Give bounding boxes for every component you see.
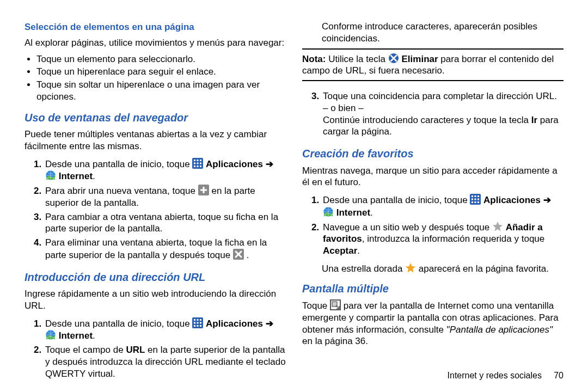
left-column: Selección de elementos en una página Al … [24, 19, 286, 381]
list-item: Toque un elemento para seleccionarlo. [36, 53, 286, 65]
list-item: Toque sin soltar un hiperenlace o una im… [36, 79, 286, 103]
footer-section: Internet y redes sociales [448, 371, 542, 380]
heading-url: Introducción de una dirección URL [24, 271, 286, 285]
globe-icon [45, 329, 56, 340]
p-url: Ingrese rápidamente a un sitio web intro… [24, 288, 286, 312]
heading-ventanas: Uso de ventanas del navegador [24, 111, 286, 125]
step-item: Toque el campo de URL en la parte superi… [44, 344, 286, 379]
steps-ventanas: Desde una pantalla de inicio, toque Apli… [24, 156, 286, 264]
right-column: Conforme introduce caracteres, aparecerá… [302, 19, 564, 381]
close-icon [233, 249, 244, 260]
multi-window-icon [330, 299, 341, 310]
p-ventanas: Puede tener múltiples ventanas abiertas … [24, 128, 286, 152]
p-estrella: Una estrella dorada aparecerá en la pági… [322, 262, 564, 275]
plus-icon [198, 185, 209, 195]
heading-seleccion: Selección de elementos en una página [24, 21, 286, 33]
step-item: Desde una pantalla de inicio, toque Apli… [322, 194, 564, 219]
step-item: Desde una pantalla de inicio, toque Apli… [44, 158, 286, 183]
manual-page: Selección de elementos en una página Al … [0, 0, 588, 392]
heading-favoritos: Creación de favoritos [302, 147, 564, 161]
apps-icon [470, 194, 481, 205]
steps-url: Desde una pantalla de inicio, toque Apli… [24, 315, 286, 382]
steps-url-cont: Toque una coincidencia para completar la… [302, 88, 564, 140]
star-gold-icon [405, 262, 416, 273]
footer-page-number: 70 [554, 371, 564, 380]
step-item: Toque una coincidencia para completar la… [322, 90, 564, 138]
delete-icon [388, 53, 399, 64]
list-item: Toque un hiperenlace para seguir el enla… [36, 66, 286, 78]
apps-icon [192, 158, 203, 169]
globe-icon [45, 170, 56, 181]
step-item: Para eliminar una ventana abierta, toque… [44, 237, 286, 261]
p-explore: Al explorar páginas, utilice movimientos… [24, 37, 286, 49]
star-gray-icon [492, 221, 503, 232]
step-item: Desde una pantalla de inicio, toque Apli… [44, 317, 286, 342]
step-item: Navegue a un sitio web y después toque A… [322, 221, 564, 257]
note-box: Nota: Utilice la tecla Eliminar para bor… [302, 48, 564, 82]
p-multiple: Toque para ver la pantalla de Internet c… [302, 299, 564, 347]
p-coincidencias: Conforme introduce caracteres, aparecerá… [322, 21, 564, 45]
step-item: Para abrir una nueva ventana, toque en l… [44, 185, 286, 209]
step-item: Para cambiar a otra ventana abierta, toq… [44, 211, 286, 235]
apps-icon [192, 317, 203, 328]
heading-pantalla-multiple: Pantalla múltiple [302, 282, 564, 296]
p-favoritos: Mientras navega, marque un sitio para ac… [302, 165, 564, 189]
bullet-list: Toque un elemento para seleccionarlo. To… [24, 52, 286, 104]
globe-icon [323, 206, 334, 217]
steps-favoritos: Desde una pantalla de inicio, toque Apli… [302, 192, 564, 259]
page-footer: Internet y redes sociales 70 [302, 365, 564, 381]
